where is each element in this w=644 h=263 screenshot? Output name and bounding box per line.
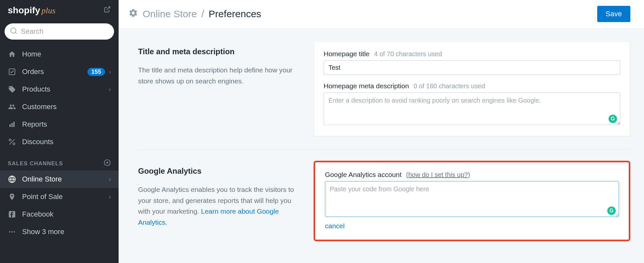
field-label: Homepage title 4 of 70 characters used (324, 50, 620, 58)
svg-point-8 (13, 143, 15, 145)
section-description: Title and meta description The title and… (138, 41, 294, 136)
sidebar-item-customers[interactable]: Customers (0, 98, 119, 116)
pos-icon (8, 193, 16, 201)
gear-icon (128, 8, 138, 20)
label-text: Homepage meta description (324, 82, 409, 90)
logo-main: shopify (8, 5, 40, 16)
section-form: Google Analytics account (how do I set t… (314, 161, 630, 241)
svg-point-18 (14, 231, 15, 232)
svg-rect-6 (13, 122, 15, 127)
section-description: Google Analytics Google Analytics enable… (138, 161, 294, 241)
main: Online Store / Preferences Save Title an… (119, 0, 644, 263)
char-count: 4 of 70 characters used (374, 50, 442, 58)
search-icon (10, 27, 18, 36)
breadcrumb: Online Store / Preferences (128, 8, 261, 20)
sidebar-item-label: Home (22, 50, 41, 58)
section-text: Google Analytics enables you to track th… (138, 184, 294, 228)
chevron-right-icon: › (109, 194, 111, 200)
sidebar-item-label: Point of Sale (22, 193, 63, 201)
nav-channels: Online Store › Point of Sale › Fac (0, 170, 119, 241)
popout-icon[interactable] (104, 6, 111, 15)
search-box[interactable] (5, 23, 114, 40)
logo: shopify plus (8, 5, 56, 16)
logo-sub: plus (42, 6, 56, 16)
sidebar-item-label: Online Store (22, 175, 62, 183)
card-google-analytics: Google Analytics account (how do I set t… (314, 161, 630, 241)
section-header-label: SALES CHANNELS (8, 160, 63, 167)
sidebar-item-label: Reports (22, 120, 47, 129)
svg-point-1 (11, 28, 16, 33)
search-input[interactable] (21, 27, 109, 36)
sidebar-item-orders[interactable]: Orders 155 › (0, 63, 119, 81)
facebook-icon (8, 210, 16, 218)
orders-icon (8, 68, 16, 76)
breadcrumb-current: Preferences (209, 8, 261, 19)
reports-icon (8, 120, 16, 128)
discounts-icon (8, 138, 16, 146)
field-label: Google Analytics account (how do I set t… (325, 171, 619, 179)
textarea-wrap: G (325, 181, 619, 218)
sidebar-item-show-more[interactable]: Show 3 more (0, 223, 119, 241)
svg-line-9 (9, 139, 15, 144)
label-text: Google Analytics account (325, 171, 402, 179)
content: Title and meta description The title and… (119, 29, 644, 263)
sidebar-item-label: Show 3 more (22, 228, 64, 236)
field-homepage-title: Homepage title 4 of 70 characters used (324, 50, 620, 75)
sidebar-item-label: Discounts (22, 138, 54, 146)
nav-main: Home Orders 155 › Products (0, 45, 119, 151)
sidebar-header: shopify plus (0, 0, 119, 19)
save-button[interactable]: Save (597, 6, 630, 22)
ga-code-textarea[interactable] (325, 181, 619, 217)
chevron-right-icon: › (109, 69, 111, 75)
search-wrap (0, 19, 119, 45)
sidebar-item-label: Orders (22, 68, 44, 76)
more-icon (8, 228, 16, 236)
meta-description-textarea[interactable] (324, 93, 620, 125)
field-ga-account: Google Analytics account (how do I set t… (325, 171, 619, 218)
chevron-right-icon: › (109, 86, 111, 93)
chevron-right-icon: › (109, 176, 111, 183)
sidebar-item-online-store[interactable]: Online Store › (0, 170, 119, 188)
setup-help-link[interactable]: (how do I set this up?) (406, 171, 470, 179)
sidebar-item-home[interactable]: Home (0, 45, 119, 63)
section-heading: Google Analytics (138, 167, 294, 176)
textarea-wrap: G (324, 93, 620, 126)
char-count: 0 of 160 characters used (414, 82, 485, 90)
breadcrumb-separator: / (201, 8, 204, 19)
grammarly-icon[interactable]: G (609, 115, 617, 123)
add-channel-icon[interactable] (104, 159, 111, 168)
svg-rect-5 (11, 123, 13, 127)
homepage-title-input[interactable] (324, 60, 620, 75)
svg-rect-4 (9, 124, 11, 127)
card-title-meta: Homepage title 4 of 70 characters used H… (314, 41, 630, 136)
home-icon (8, 50, 16, 58)
sidebar-item-facebook[interactable]: Facebook (0, 206, 119, 223)
online-store-icon (8, 175, 16, 183)
sidebar-item-reports[interactable]: Reports (0, 116, 119, 133)
label-text: Homepage title (324, 50, 369, 58)
field-meta-description: Homepage meta description 0 of 160 chara… (324, 82, 620, 126)
sidebar: shopify plus Home (0, 0, 119, 263)
sales-channels-header: SALES CHANNELS (0, 151, 119, 170)
sidebar-item-pos[interactable]: Point of Sale › (0, 188, 119, 206)
products-icon (8, 85, 16, 93)
svg-point-17 (11, 231, 13, 232)
sidebar-item-label: Customers (22, 103, 57, 111)
grammarly-icon[interactable]: G (607, 207, 616, 215)
section-form: Homepage title 4 of 70 characters used H… (314, 41, 630, 136)
section-heading: Title and meta description (138, 47, 294, 56)
section-text: The title and meta description help defi… (138, 65, 294, 86)
svg-point-7 (9, 139, 11, 141)
cancel-link[interactable]: cancel (325, 222, 345, 230)
topbar: Online Store / Preferences Save (119, 0, 644, 29)
svg-line-0 (107, 7, 110, 10)
svg-point-16 (9, 231, 10, 232)
section-title-meta: Title and meta description The title and… (138, 41, 630, 150)
sidebar-item-discounts[interactable]: Discounts (0, 133, 119, 151)
field-label: Homepage meta description 0 of 160 chara… (324, 82, 620, 90)
section-google-analytics: Google Analytics Google Analytics enable… (138, 161, 630, 254)
customers-icon (8, 103, 16, 111)
svg-line-2 (15, 32, 17, 34)
breadcrumb-parent[interactable]: Online Store (143, 8, 197, 19)
sidebar-item-products[interactable]: Products › (0, 81, 119, 98)
